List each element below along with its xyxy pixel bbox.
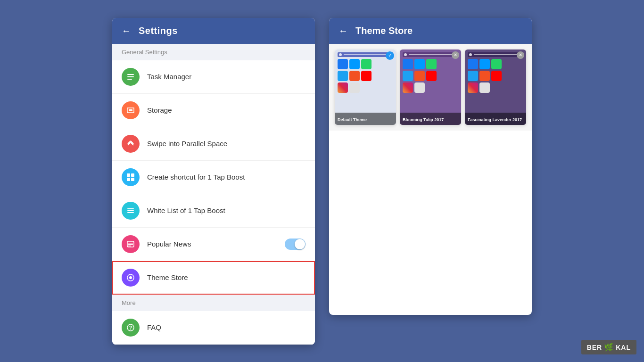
svg-rect-5 (131, 173, 134, 177)
svg-text:?: ? (129, 325, 132, 330)
theme-back-button[interactable]: ← (339, 25, 348, 36)
theme-card-default[interactable]: Default Theme ✓ (335, 49, 396, 125)
theme-card-blooming[interactable]: Blooming Tulip 2017 ✕ (400, 49, 461, 125)
popular-news-icon (122, 235, 140, 253)
svg-rect-7 (131, 178, 134, 181)
storage-icon (122, 101, 140, 119)
svg-rect-6 (127, 178, 130, 181)
svg-rect-12 (128, 243, 133, 244)
svg-rect-9 (127, 210, 134, 211)
default-theme-checkmark: ✓ (386, 51, 394, 60)
popular-news-label: Popular News (147, 240, 285, 248)
svg-rect-0 (127, 74, 134, 75)
svg-rect-1 (127, 76, 134, 77)
fascinating-theme-label-bar: Fascinating Lavender 2017 (465, 113, 526, 125)
storage-label: Storage (147, 106, 305, 114)
main-container: ← Settings General Settings Task Manager (103, 8, 541, 354)
fascinating-theme-close[interactable]: ✕ (517, 51, 524, 59)
blooming-theme-label-bar: Blooming Tulip 2017 (400, 113, 461, 125)
theme-title: Theme Store (355, 25, 413, 36)
faq-icon: ? (122, 319, 140, 337)
settings-item-popular-news[interactable]: Popular News (112, 228, 315, 261)
theme-header: ← Theme Store (329, 18, 532, 44)
watermark: BER 🌿 KAL (581, 340, 636, 354)
svg-point-16 (129, 276, 132, 279)
whitelist-label: White List of 1 Tap Boost (147, 206, 305, 214)
svg-rect-8 (127, 208, 134, 209)
swipe-icon (122, 135, 140, 153)
watermark-leaf-icon: 🌿 (604, 343, 614, 352)
settings-back-button[interactable]: ← (122, 25, 131, 36)
theme-store-icon (122, 269, 140, 287)
settings-panel: ← Settings General Settings Task Manager (112, 18, 315, 345)
svg-rect-4 (127, 173, 130, 177)
default-theme-label-bar: Default Theme (335, 113, 396, 125)
svg-rect-14 (128, 246, 131, 247)
settings-header: ← Settings (112, 18, 315, 44)
swipe-label: Swipe into Parallel Space (147, 140, 305, 148)
settings-item-whitelist[interactable]: White List of 1 Tap Boost (112, 194, 315, 228)
watermark-text: BER (587, 344, 603, 351)
default-theme-label: Default Theme (338, 117, 367, 122)
settings-item-shortcut[interactable]: Create shortcut for 1 Tap Boost (112, 161, 315, 194)
svg-rect-10 (127, 212, 134, 213)
theme-grid: Default Theme ✓ (329, 44, 532, 131)
svg-rect-3 (129, 109, 132, 111)
svg-rect-13 (128, 244, 133, 245)
general-settings-section: General Settings (112, 44, 315, 60)
watermark-text-2: KAL (616, 344, 631, 351)
popular-news-toggle[interactable] (285, 239, 305, 250)
shortcut-icon (122, 168, 140, 186)
theme-content-area (329, 131, 532, 225)
settings-item-storage[interactable]: Storage (112, 94, 315, 127)
blooming-theme-label: Blooming Tulip 2017 (403, 117, 444, 122)
settings-title: Settings (139, 25, 178, 36)
task-manager-label: Task Manager (147, 73, 305, 81)
theme-card-fascinating[interactable]: Fascinating Lavender 2017 ✕ (465, 49, 526, 125)
more-section: More (112, 295, 315, 311)
svg-rect-2 (127, 79, 132, 80)
theme-panel: ← Theme Store (329, 18, 532, 315)
theme-store-label: Theme Store (147, 273, 305, 281)
shortcut-label: Create shortcut for 1 Tap Boost (147, 173, 305, 181)
blooming-theme-close[interactable]: ✕ (452, 51, 459, 59)
toggle-knob (295, 239, 305, 249)
settings-item-faq[interactable]: ? FAQ (112, 311, 315, 345)
task-manager-icon (122, 68, 140, 86)
settings-item-theme-store[interactable]: Theme Store (112, 261, 315, 295)
faq-label: FAQ (147, 323, 305, 331)
fascinating-theme-label: Fascinating Lavender 2017 (468, 117, 522, 122)
whitelist-icon (122, 202, 140, 220)
settings-item-task-manager[interactable]: Task Manager (112, 60, 315, 94)
settings-item-swipe[interactable]: Swipe into Parallel Space (112, 127, 315, 161)
